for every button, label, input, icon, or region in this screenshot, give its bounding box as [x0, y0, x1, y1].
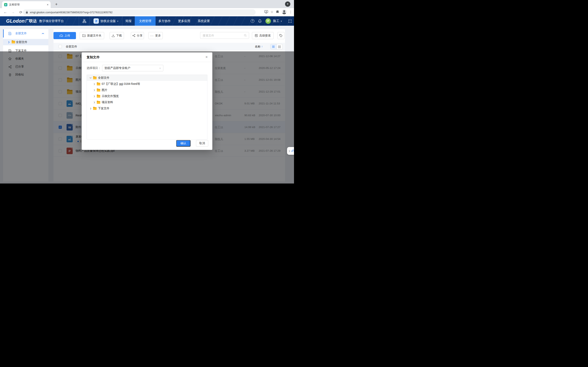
- search-icon: [244, 34, 247, 37]
- sidebar-tree-item-all-files[interactable]: ❯ 全部文件: [3, 39, 48, 45]
- tree-node[interactable]: ❯07【广联达】ggj-3184-fixed等: [87, 81, 207, 87]
- current-folder-label: 全部文件: [66, 45, 77, 49]
- notifications-bell-icon[interactable]: [258, 16, 262, 26]
- screen: ◈ 文档管理 ✕ + ▼ ← → ⟳ xmgl.glodon.com/porta…: [0, 0, 294, 184]
- chevron-expanded-icon[interactable]: ❯: [90, 77, 92, 79]
- tree-node-label: 图片: [102, 88, 107, 92]
- tree-node[interactable]: ❯图片: [87, 87, 207, 93]
- tree-node[interactable]: ❯全部文件: [87, 75, 207, 81]
- chevron-right-icon[interactable]: ❯: [90, 108, 92, 109]
- folder-tree: ❯全部文件❯07【广联达】ggj-3184-fixed等❯图片❯示例文件预览❯项…: [86, 75, 208, 140]
- app-header: GLodon 广联达 数字项目管理平台 协筑企业版 ∨ 简报 文档管理 多方协作…: [0, 16, 294, 26]
- menu-item-more-apps[interactable]: 更多应用: [178, 16, 190, 26]
- project-select[interactable]: 协筑产品部专业租户 ∨: [102, 65, 163, 71]
- document-icon: [8, 32, 12, 35]
- modal-title: 复制文件: [86, 55, 100, 59]
- sort-by-name[interactable]: 名称↑: [255, 45, 263, 49]
- table-header: 全部文件 名称↑: [53, 43, 285, 50]
- browser-profile-avatar[interactable]: [282, 9, 287, 14]
- url-text: xmgl.glodon.com/portal/493823875665920/?…: [30, 11, 112, 14]
- chevron-right-icon[interactable]: ❯: [93, 95, 95, 97]
- cancel-button[interactable]: 取消: [196, 140, 208, 147]
- tree-node-label: 07【广联达】ggj-3184-fixed等: [102, 82, 140, 86]
- folder-icon: [93, 77, 96, 79]
- user-avatar[interactable]: [265, 16, 271, 26]
- help-icon[interactable]: ?: [251, 16, 254, 26]
- support-widget[interactable]: ❯: [287, 147, 294, 155]
- grid-view-button[interactable]: [277, 44, 283, 49]
- tags-button[interactable]: [277, 32, 285, 39]
- new-folder-button[interactable]: 新建文件夹: [80, 32, 104, 39]
- search-box[interactable]: [200, 32, 249, 39]
- tag-icon: [279, 34, 283, 37]
- menu-item-settings[interactable]: 系统设置: [198, 16, 210, 26]
- modal-footer: 确认 取消: [82, 140, 212, 147]
- confirm-button[interactable]: 确认: [176, 140, 190, 147]
- upload-button[interactable]: 上传: [53, 32, 76, 39]
- bookmark-star-icon[interactable]: ☆: [270, 10, 273, 14]
- share-button[interactable]: 分享: [131, 32, 144, 39]
- close-icon[interactable]: ✕: [205, 55, 208, 59]
- app-switcher-label: 协筑企业版: [100, 19, 116, 23]
- user-menu[interactable]: 陈工 ∨: [273, 16, 282, 26]
- menu-item-briefing[interactable]: 简报: [125, 16, 131, 26]
- reload-button[interactable]: ⟳: [18, 10, 23, 15]
- logo-text-en: GLodon: [6, 18, 25, 24]
- browser-actions: ☆ ⋮: [264, 9, 292, 14]
- new-folder-icon: [82, 34, 86, 37]
- copy-file-modal: 复制文件 ✕ 选择项目： 协筑产品部专业租户 ∨ ❯全部文件❯07【广联达】gg…: [82, 52, 212, 150]
- more-button[interactable]: ··· 更多: [148, 32, 163, 39]
- search-input[interactable]: [202, 34, 244, 37]
- tree-node[interactable]: ❯下发文件: [87, 105, 207, 111]
- chevron-down-icon: ∨: [281, 20, 282, 22]
- tree-node[interactable]: ❯项目资料: [87, 99, 207, 105]
- select-project-label: 选择项目：: [86, 66, 102, 70]
- extensions-icon[interactable]: [276, 10, 279, 14]
- url-bar[interactable]: xmgl.glodon.com/portal/493823875665920/?…: [23, 9, 256, 15]
- sidebar-item-all-files[interactable]: 全部文件 ❯: [3, 29, 48, 38]
- list-view-button[interactable]: [270, 44, 277, 49]
- user-name: 陈工: [273, 19, 279, 23]
- ellipsis-icon: ···: [150, 34, 154, 37]
- folder-icon: [97, 83, 100, 85]
- browser-menu-icon[interactable]: ⋮: [289, 10, 292, 14]
- advanced-search-button[interactable]: 高级搜索: [252, 32, 274, 39]
- browser-tab[interactable]: ◈ 文档管理 ✕: [2, 1, 51, 8]
- tab-close-icon[interactable]: ✕: [47, 3, 49, 6]
- tree-node[interactable]: ❯示例文件预览: [87, 93, 207, 99]
- select-all-checkbox[interactable]: [59, 45, 62, 48]
- chevron-right-icon: ❯: [288, 150, 290, 152]
- forward-button[interactable]: →: [11, 10, 16, 14]
- folder-icon: [93, 107, 96, 110]
- new-tab-button[interactable]: +: [53, 2, 59, 7]
- chevron-right-icon[interactable]: ❯: [93, 83, 95, 85]
- tab-search-icon[interactable]: ▼: [285, 1, 290, 7]
- back-button[interactable]: ←: [3, 10, 8, 14]
- menu-item-documents[interactable]: 文档管理: [135, 16, 156, 26]
- share-icon: [132, 34, 135, 37]
- chevron-down-icon: ∨: [117, 20, 118, 22]
- folder-icon: [97, 95, 100, 98]
- platform-title: 数字项目管理平台: [39, 19, 64, 23]
- app-switcher[interactable]: 协筑企业版 ∨: [94, 16, 118, 26]
- download-button[interactable]: 下载: [110, 32, 124, 39]
- project-select-row: 选择项目： 协筑产品部专业租户 ∨: [86, 65, 163, 71]
- chevron-up-icon: ❯: [42, 33, 44, 34]
- install-icon[interactable]: [264, 10, 268, 13]
- fullscreen-icon[interactable]: [288, 16, 292, 26]
- chevron-right-icon[interactable]: ❯: [8, 41, 9, 43]
- headset-icon: [291, 149, 294, 153]
- folder-icon: [97, 101, 100, 104]
- folder-icon: [97, 89, 100, 92]
- tree-node-label: 项目资料: [102, 100, 113, 104]
- modal-header: 复制文件 ✕: [82, 52, 212, 62]
- menu-item-collaboration[interactable]: 多方协作: [158, 16, 171, 26]
- chevron-right-icon[interactable]: ❯: [93, 89, 95, 91]
- chevron-right-icon[interactable]: ❯: [93, 101, 95, 103]
- chevron-down-icon: ∨: [159, 67, 161, 69]
- sort-arrow-up-icon: ↑: [261, 45, 263, 48]
- folder-icon: [12, 41, 15, 43]
- browser-tab-strip: ◈ 文档管理 ✕ + ▼: [0, 0, 294, 8]
- org-structure-icon[interactable]: [82, 16, 86, 26]
- cloud-upload-icon: [60, 34, 63, 37]
